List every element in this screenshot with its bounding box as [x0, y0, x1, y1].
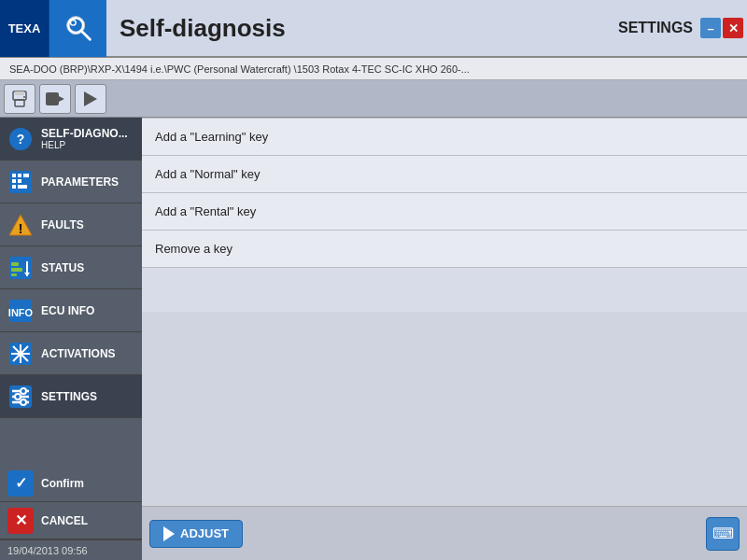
close-button[interactable]: ✕ — [723, 18, 743, 38]
menu-list: Add a "Learning" key Add a "Normal" key … — [142, 118, 747, 312]
sidebar-label-faults: FAULTS — [41, 218, 84, 231]
svg-rect-13 — [12, 174, 16, 177]
self-diag-icon: ? — [7, 126, 34, 152]
play-icon — [84, 91, 97, 106]
content-empty — [142, 312, 747, 506]
svg-text:INFO: INFO — [8, 307, 33, 318]
status-icon — [7, 255, 34, 281]
svg-point-40 — [15, 394, 21, 399]
search-icon-box[interactable] — [49, 0, 106, 57]
ecu-info-icon: INFO — [7, 298, 34, 324]
adjust-label: ADJUST — [180, 526, 229, 540]
sidebar-spacer — [0, 418, 142, 465]
cancel-button[interactable]: ✕ CANCEL — [0, 502, 142, 539]
svg-rect-23 — [11, 262, 19, 266]
svg-point-39 — [21, 388, 26, 394]
title-area: Self-diagnosis — [106, 14, 618, 43]
sidebar-item-settings[interactable]: SETTINGS — [0, 375, 142, 418]
settings-label: SETTINGS — [618, 20, 693, 36]
svg-rect-16 — [12, 179, 16, 183]
sidebar: ? SELF-DIAGNO... HELP — [0, 118, 142, 560]
video-button[interactable] — [39, 84, 71, 114]
activations-icon — [7, 341, 34, 367]
play-icon — [163, 526, 175, 541]
list-item[interactable]: Add a "Learning" key — [142, 118, 747, 156]
svg-rect-25 — [11, 273, 17, 276]
sidebar-label-self-diag: SELF-DIAGNO... — [41, 127, 128, 140]
svg-rect-17 — [18, 179, 21, 183]
video-icon — [45, 91, 65, 106]
main-layout: ? SELF-DIAGNO... HELP — [0, 118, 747, 560]
parameters-icon — [7, 169, 34, 195]
page-title: Self-diagnosis — [120, 14, 286, 43]
svg-text:?: ? — [17, 132, 25, 147]
top-bar: TEXA Self-diagnosis SETTINGS – ✕ — [0, 0, 747, 58]
sidebar-label-activations: ACTIVATIONS — [41, 347, 116, 360]
breadcrumb: SEA-DOO (BRP)\RXP-X\1494 i.e.\PWC (Perso… — [0, 58, 747, 80]
list-item[interactable]: Add a "Normal" key — [142, 156, 747, 193]
print-icon — [10, 90, 29, 108]
sidebar-label-ecu-info: ECU INFO — [41, 304, 94, 317]
sidebar-item-activations[interactable]: ACTIVATIONS — [0, 332, 142, 375]
confirm-button[interactable]: ✓ Confirm — [0, 465, 142, 502]
content-bottom-toolbar: ADJUST ⌨ — [142, 506, 747, 560]
sidebar-item-status[interactable]: STATUS — [0, 246, 142, 289]
svg-rect-6 — [15, 91, 24, 95]
confirm-label: Confirm — [41, 477, 84, 490]
svg-rect-8 — [46, 92, 59, 105]
faults-icon: ! — [7, 212, 34, 238]
content-area: Add a "Learning" key Add a "Normal" key … — [142, 118, 747, 560]
sidebar-label-parameters: PARAMETERS — [41, 175, 119, 189]
settings-btn-area: SETTINGS – ✕ — [618, 18, 747, 38]
texa-logo: TEXA — [0, 0, 49, 57]
settings-icon — [7, 384, 34, 410]
sidebar-item-parameters[interactable]: PARAMETERS — [0, 161, 142, 203]
minimize-button[interactable]: – — [700, 18, 721, 38]
svg-line-2 — [81, 32, 90, 40]
cancel-label: CANCEL — [41, 514, 88, 527]
svg-marker-9 — [59, 96, 64, 102]
list-item[interactable]: Add a "Rental" key — [142, 193, 747, 231]
sidebar-item-ecu-info[interactable]: INFO ECU INFO — [0, 289, 142, 332]
toolbar — [0, 80, 747, 118]
adjust-button[interactable]: ADJUST — [149, 520, 243, 548]
cancel-icon: ✕ — [7, 508, 34, 534]
list-item[interactable]: Remove a key — [142, 231, 747, 268]
svg-rect-5 — [15, 100, 24, 106]
svg-text:!: ! — [19, 221, 23, 236]
svg-rect-15 — [23, 174, 29, 177]
sidebar-item-self-diag[interactable]: ? SELF-DIAGNO... HELP — [0, 118, 142, 161]
svg-point-7 — [23, 96, 25, 98]
play-button[interactable] — [75, 84, 106, 114]
svg-point-41 — [21, 399, 26, 405]
sidebar-label-settings: SETTINGS — [41, 390, 97, 403]
keyboard-icon: ⌨ — [712, 525, 734, 542]
confirm-icon: ✓ — [7, 470, 34, 497]
keyboard-button[interactable]: ⌨ — [706, 517, 740, 551]
timestamp: 19/04/2013 09:56 — [0, 539, 142, 560]
svg-rect-18 — [12, 185, 16, 189]
sidebar-label-status: STATUS — [41, 261, 84, 274]
sidebar-item-faults[interactable]: ! FAULTS — [0, 203, 142, 246]
print-button[interactable] — [4, 84, 35, 114]
svg-rect-24 — [11, 268, 22, 272]
svg-rect-14 — [18, 174, 21, 177]
sidebar-label-help: HELP — [41, 140, 128, 150]
search-icon — [61, 10, 96, 46]
svg-rect-19 — [18, 185, 27, 189]
